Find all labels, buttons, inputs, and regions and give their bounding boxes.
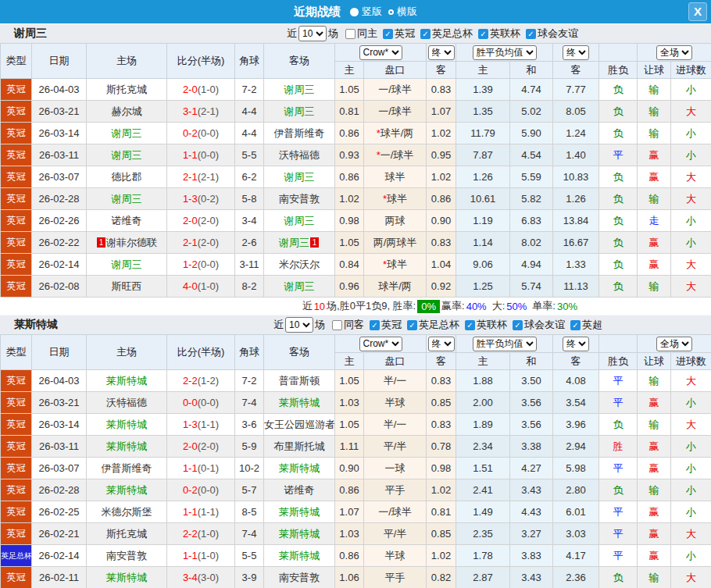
fulltime-select[interactable]: 全场 [656, 337, 692, 351]
handicap-line: *球半 [364, 254, 427, 276]
avg-draw-odds: 5.82 [510, 188, 553, 210]
avg-home-odds: 1.35 [456, 101, 510, 123]
home-team: 莱斯特城 [87, 414, 167, 436]
avg-home-odds: 10.61 [456, 188, 510, 210]
final-odds-select[interactable]: 终 [428, 45, 455, 60]
team-name: 伊普斯维奇 [274, 127, 325, 139]
avg-away-odds: 5.98 [553, 458, 599, 479]
result-handicap: 赢 [638, 392, 671, 414]
team-name: 莱斯特城 [106, 419, 147, 430]
league-type-badge: 英冠 [1, 210, 32, 232]
avg-home-odds: 1.25 [456, 276, 510, 298]
league-checkbox-checked[interactable]: ✓ [420, 29, 431, 39]
league-checkbox-checked[interactable]: ✓ [383, 29, 393, 39]
radio-horizontal[interactable] [388, 9, 394, 15]
same-venue-checkbox[interactable] [345, 29, 356, 39]
home-team: 诺维奇 [87, 210, 167, 232]
league-type-badge: 英冠 [1, 414, 32, 436]
result-goals: 小 [671, 436, 711, 458]
fulltime-select[interactable]: 全场 [656, 45, 692, 60]
team-name: 谢周三 [112, 258, 142, 270]
league-checkbox-label: 英足总杯 [432, 27, 473, 41]
corner-score: 3-4 [235, 210, 264, 232]
avg-home-odds: 1.14 [456, 232, 510, 254]
odds-home: 1.07 [335, 501, 364, 523]
league-checkbox-checked[interactable]: ✓ [478, 29, 488, 39]
close-icon[interactable]: X [688, 2, 707, 21]
league-type-badge: 英冠 [1, 523, 32, 545]
match-score: 1-3(1-1) [167, 414, 235, 436]
odds-home: 0.98 [335, 210, 364, 232]
away-team: 谢周三 [264, 79, 335, 101]
result-goals: 小 [671, 232, 711, 254]
table-row: 英冠26-03-14谢周三0-2(0-0)4-4伊普斯维奇0.86*球半/两1.… [1, 123, 711, 144]
match-count-select[interactable]: 10 [285, 317, 313, 333]
match-count-select[interactable]: 10 [298, 26, 327, 41]
avg-away-odds: 1.26 [553, 188, 599, 210]
final-avg-select[interactable]: 终 [563, 45, 589, 60]
home-team: 莱斯特城 [87, 567, 167, 588]
match-date: 26-02-22 [32, 232, 87, 254]
match-date: 26-02-28 [32, 188, 87, 210]
avg-home-odds: 2.34 [456, 436, 510, 458]
away-team: 沃特福德 [264, 144, 335, 166]
result-goals: 小 [671, 210, 711, 232]
col-date: 日期 [32, 335, 87, 370]
bookmaker-select[interactable]: Crow* [359, 337, 402, 351]
match-score: 1-1(1-1) [167, 501, 235, 523]
result-goals: 大 [671, 276, 711, 298]
team-name: 普雷斯顿 [279, 375, 320, 387]
odds-home: 1.03 [335, 523, 364, 545]
table-row: 英冠26-03-21沃特福德0-0(0-0)7-4莱斯特城1.03半球0.852… [1, 392, 711, 414]
col-avg-draw: 和 [510, 62, 553, 79]
avg-home-odds: 1.19 [456, 210, 510, 232]
league-checkbox-checked[interactable]: ✓ [513, 320, 523, 330]
result-goals: 大 [671, 567, 711, 588]
col-odds-away: 客 [427, 62, 456, 79]
col-goals: 进球数 [671, 62, 711, 79]
final2-select-cell: 终 [553, 335, 599, 353]
away-team: 南安普敦 [264, 567, 335, 588]
league-type-badge: 英冠 [1, 501, 32, 523]
odds-away: 0.90 [427, 210, 456, 232]
match-score: 4-0(1-0) [167, 276, 235, 298]
avg-select-cell: 胜平负均值 [456, 335, 553, 353]
team-name: 莱斯特城 [279, 462, 320, 474]
team-name: 莱斯特城 [279, 397, 320, 408]
avg-select[interactable]: 胜平负均值 [473, 45, 537, 60]
odds-home: 0.86 [335, 166, 364, 188]
match-date: 26-02-25 [32, 501, 87, 523]
match-date: 26-03-14 [32, 123, 87, 144]
league-checkbox-checked[interactable]: ✓ [526, 29, 536, 39]
summary-record: 场,胜0平1负9, 胜率: [327, 299, 416, 313]
league-checkbox-checked[interactable]: ✓ [407, 320, 417, 330]
league-checkbox-checked[interactable]: ✓ [465, 320, 475, 330]
team-name: 南安普敦 [106, 550, 147, 561]
league-type-badge: 英冠 [1, 144, 32, 166]
col-type: 类型 [1, 44, 32, 79]
match-date: 26-02-28 [32, 479, 87, 501]
result-wdl: 负 [599, 276, 638, 298]
result-handicap: 输 [638, 414, 671, 436]
final-avg-select[interactable]: 终 [563, 337, 589, 351]
final-odds-select[interactable]: 终 [428, 337, 455, 351]
table-row: 英冠26-03-07伊普斯维奇1-1(0-1)10-2莱斯特城0.90一球0.9… [1, 458, 711, 479]
league-checkbox-checked[interactable]: ✓ [570, 320, 581, 330]
avg-draw-odds: 4.74 [510, 79, 553, 101]
away-team: 莱斯特城 [264, 501, 335, 523]
same-venue-checkbox[interactable] [332, 320, 342, 330]
handicap-line: 球半/两 [364, 276, 427, 298]
bookmaker-select[interactable]: Crow* [359, 45, 402, 60]
odds-away: 1.04 [427, 254, 456, 276]
avg-home-odds: 1.51 [456, 458, 510, 479]
league-checkbox-checked[interactable]: ✓ [370, 320, 380, 330]
handicap-win-label: 赢率: [441, 299, 465, 313]
table-row: 英冠26-03-07德比郡2-1(2-1)6-2谢周三0.86球半1.021.2… [1, 166, 711, 188]
near-label: 近 [287, 27, 297, 41]
summary-count: 10 [314, 301, 325, 312]
odds-away: 0.83 [427, 414, 456, 436]
avg-select[interactable]: 胜平负均值 [473, 337, 537, 351]
league-type-badge: 英冠 [1, 276, 32, 298]
result-handicap: 输 [638, 79, 671, 101]
radio-vertical-selected[interactable] [350, 8, 359, 16]
